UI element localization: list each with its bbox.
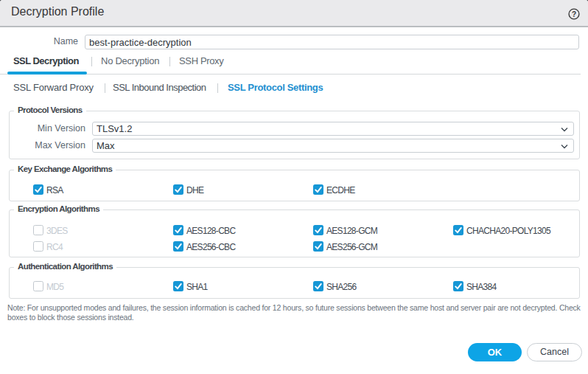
- svg-text:?: ?: [572, 10, 576, 18]
